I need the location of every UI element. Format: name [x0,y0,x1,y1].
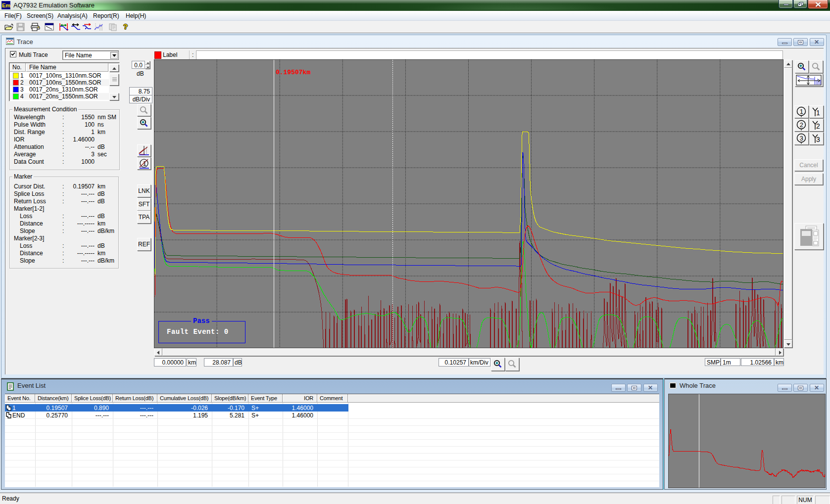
svg-text:1: 1 [816,109,820,117]
svg-text:2: 2 [800,121,803,129]
svg-text:1: 1 [800,108,803,115]
svg-text:2: 2 [816,122,820,130]
svg-text:3: 3 [816,136,820,143]
svg-text:3: 3 [800,135,803,142]
